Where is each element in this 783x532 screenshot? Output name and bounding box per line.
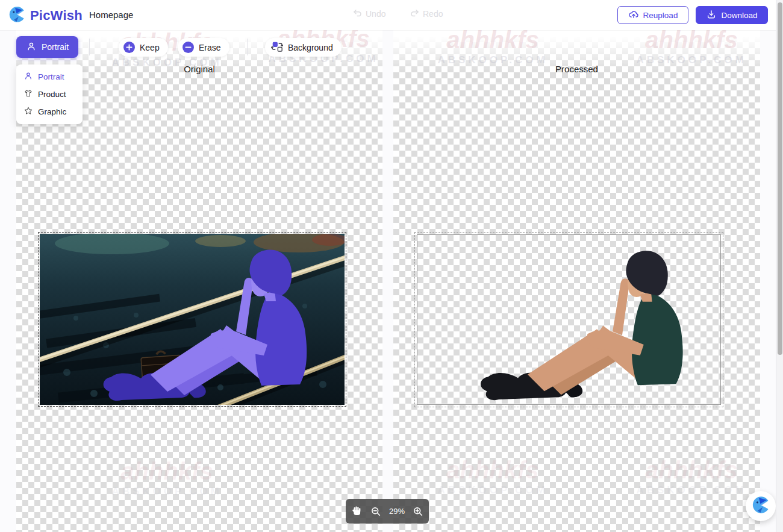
dropdown-item-label: Portrait [38, 72, 64, 81]
watermark: ahhhkfsABSKOOP.COM [420, 458, 565, 496]
background-tool-button[interactable]: Background [265, 38, 342, 57]
homepage-link[interactable]: Homepage [89, 10, 133, 20]
person-icon [26, 41, 37, 54]
download-button[interactable]: Download [696, 6, 768, 24]
plus-circle-icon [123, 42, 135, 53]
watermark: ahhhkfsABSKOOP.COM [420, 28, 565, 66]
redo-button[interactable]: Redo [410, 8, 443, 20]
zoom-controls: 29% [346, 499, 429, 524]
dropdown-item-label: Graphic [38, 107, 66, 116]
swap-squares-icon [271, 40, 283, 54]
reupload-label: Reupload [643, 11, 678, 20]
cutout-subject [481, 251, 683, 400]
pan-hand-icon[interactable] [351, 505, 363, 517]
redo-label: Redo [423, 9, 443, 19]
picwish-bird-icon [752, 496, 770, 516]
app-header: PicWish Homepage Undo Redo [0, 0, 783, 30]
star-icon [23, 106, 33, 117]
keep-tool-label: Keep [140, 43, 160, 52]
watermark: ahhhkfsABSKOOP.COM [95, 459, 239, 498]
picwish-logo-icon [8, 6, 25, 25]
zoom-out-button[interactable] [370, 506, 381, 517]
cloud-upload-icon [628, 9, 639, 22]
processed-label: Processed [393, 64, 760, 74]
download-label: Download [721, 11, 757, 20]
picwish-assistant-button[interactable] [746, 491, 776, 521]
tshirt-icon [23, 89, 33, 100]
watermark: ahhhkfsABSKOOP.COM [619, 458, 764, 496]
scrollbar-thumb[interactable] [778, 2, 782, 355]
original-image[interactable] [40, 234, 345, 405]
mode-dropdown-menu: Portrait Product Graphic [16, 64, 83, 124]
redo-arrow-icon [410, 8, 420, 20]
dropdown-item-product[interactable]: Product [16, 86, 83, 103]
toolbar-divider [89, 39, 90, 55]
background-tool-label: Background [288, 43, 333, 52]
logo-text: PicWish [30, 8, 83, 23]
zoom-level-value: 29% [389, 507, 405, 516]
scrollbar-track[interactable] [776, 0, 783, 532]
editor-workspace: ahhhkfsABSKOOP.COM ahhhkfsABSKOOP.COM ah… [0, 30, 783, 532]
toolbar-divider [247, 39, 248, 55]
keep-tool-button[interactable]: Keep [119, 38, 168, 57]
app-logo[interactable]: PicWish [8, 6, 83, 25]
processed-canvas-panel[interactable]: ahhhkfsABSKOOP.COM ahhhkfsABSKOOP.COM ah… [393, 30, 760, 532]
erase-tool-label: Erase [199, 43, 221, 52]
picwish-editor: PicWish Homepage Undo Redo [0, 0, 783, 532]
dropdown-item-graphic[interactable]: Graphic [16, 103, 83, 120]
undo-button[interactable]: Undo [352, 8, 385, 20]
undo-label: Undo [366, 9, 385, 19]
zoom-in-button[interactable] [413, 506, 423, 517]
dropdown-item-label: Product [38, 90, 66, 99]
watermark: ahhhkfsABSKOOP.COM [619, 28, 764, 66]
dropdown-item-portrait[interactable]: Portrait [16, 68, 83, 86]
mode-selector-label: Portrait [42, 42, 69, 52]
download-icon [706, 9, 717, 22]
undo-arrow-icon [352, 8, 363, 20]
mode-selector-button[interactable]: Portrait [16, 36, 78, 58]
minus-circle-icon [182, 42, 194, 53]
person-icon [23, 71, 33, 83]
erase-tool-button[interactable]: Erase [178, 38, 229, 57]
reupload-button[interactable]: Reupload [617, 6, 688, 24]
processed-image[interactable] [417, 234, 721, 405]
